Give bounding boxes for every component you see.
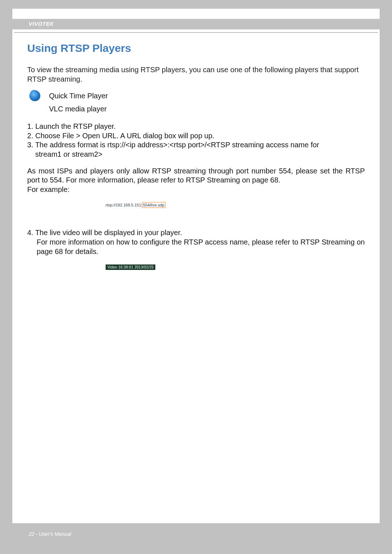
brand-label: VIVOTEK xyxy=(29,21,54,27)
quicktime-icon-slot xyxy=(27,90,49,101)
step-1: 1. Launch the RTSP player. xyxy=(27,122,365,131)
step-4: 4. The live video will be displayed in y… xyxy=(27,228,365,256)
isp-note: As most ISPs and players only allow RTSP… xyxy=(27,167,365,194)
intro-paragraph: To view the streaming media using RTSP p… xyxy=(27,65,365,84)
page-title: Using RTSP Players xyxy=(27,42,365,54)
quicktime-icon xyxy=(29,90,40,101)
step-3-lead: 3. The address format is rtsp://<ip addr… xyxy=(27,141,319,149)
header-band xyxy=(12,19,380,29)
step-2-text: 2. Choose File > Open URL. A URL dialog … xyxy=(27,132,215,140)
page: VIVOTEK Using RTSP Players To view the s… xyxy=(12,9,380,545)
header-rule xyxy=(14,32,378,33)
steps-list: 1. Launch the RTSP player. 2. Choose Fil… xyxy=(27,122,365,159)
video-overlay-text: Video 16:38:01 2013/02/25 xyxy=(106,264,155,270)
step-2: 2. Choose File > Open URL. A URL dialog … xyxy=(27,131,365,141)
page-footer: 22 - User's Manual xyxy=(29,531,71,537)
video-overlay-chip: Video 16:38:01 2013/02/25 xyxy=(106,263,365,270)
step-3-cont: stream1 or stream2> xyxy=(27,150,365,159)
isp-note-text: As most ISPs and players only allow RTSP… xyxy=(27,167,365,184)
step-4-cont: For more information on how to configure… xyxy=(27,238,365,256)
rtsp-url: rtsp://192.168.5.151:554/live.sdp xyxy=(106,202,166,208)
rtsp-url-prefix: rtsp://192.168.5.151: xyxy=(106,203,142,207)
player-quicktime-row: Quick Time Player xyxy=(27,90,365,101)
step-3: 3. The address format is rtsp://<ip addr… xyxy=(27,140,365,159)
content-area: Using RTSP Players To view the streaming… xyxy=(27,42,365,270)
player-quicktime-label: Quick Time Player xyxy=(49,92,108,100)
players-list: Quick Time Player VLC media player xyxy=(27,90,365,113)
rtsp-url-highlight: 554/live.sdp xyxy=(142,202,166,208)
step-1-text: 1. Launch the RTSP player. xyxy=(27,122,116,130)
rtsp-example: rtsp://192.168.5.151:554/live.sdp xyxy=(106,201,365,208)
for-example-text: For example: xyxy=(27,185,70,193)
player-vlc-label: VLC media player xyxy=(49,105,107,113)
player-vlc-row: VLC media player xyxy=(27,105,365,113)
step-4-lead: 4. The live video will be displayed in y… xyxy=(27,229,182,237)
